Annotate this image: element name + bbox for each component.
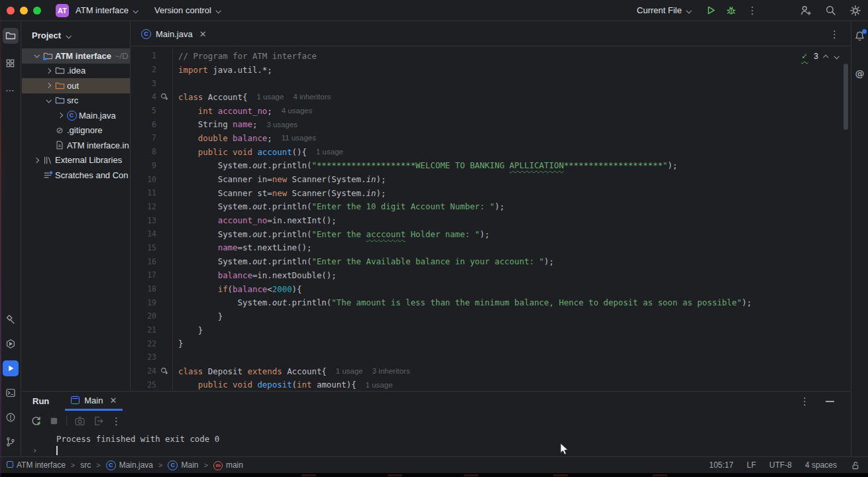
code-line[interactable]: 20 } bbox=[131, 309, 850, 323]
tree-item-external-libraries[interactable]: External Libraries bbox=[22, 153, 130, 168]
run-configuration-selector[interactable]: Current File bbox=[637, 5, 690, 15]
structure-tool-button[interactable] bbox=[3, 55, 19, 71]
code-line[interactable]: 18 if(balance<2000){ bbox=[131, 282, 850, 296]
indent-widget[interactable]: 4 spaces bbox=[805, 460, 837, 470]
project-tool-button[interactable] bbox=[3, 28, 19, 44]
project-panel-header[interactable]: Project bbox=[22, 22, 130, 48]
code-line[interactable]: 9 System.out.println("******************… bbox=[131, 159, 850, 173]
chevron-right-icon[interactable] bbox=[43, 83, 54, 87]
chevron-right-icon[interactable] bbox=[43, 69, 54, 73]
code-line[interactable]: 14 System.out.println("Enter the acccoun… bbox=[131, 227, 850, 241]
settings-gear-icon[interactable] bbox=[849, 5, 861, 17]
code-line[interactable]: 15 name=st.nextLine(); bbox=[131, 241, 850, 255]
code-line[interactable]: 10 Scanner in=new Scanner(System.in); bbox=[131, 172, 850, 186]
encoding-widget[interactable]: UTF-8 bbox=[769, 460, 792, 470]
code-line[interactable]: 23 bbox=[131, 350, 850, 364]
rerun-button[interactable] bbox=[30, 415, 42, 427]
notifications-bell-icon[interactable] bbox=[854, 30, 865, 42]
inlay-hint[interactable]: 4 usages bbox=[282, 107, 313, 115]
tree-item-atm-interface[interactable]: ATM interface~/D bbox=[22, 48, 130, 64]
breadcrumb-main[interactable]: mmain bbox=[213, 460, 243, 470]
line-separator-widget[interactable]: LF bbox=[747, 460, 756, 470]
exit-button[interactable] bbox=[93, 415, 104, 427]
project-menu[interactable]: ATM interface bbox=[76, 5, 137, 15]
breadcrumb-main[interactable]: CMain bbox=[168, 460, 198, 470]
code-with-me-button[interactable] bbox=[800, 5, 812, 17]
close-window-button[interactable] bbox=[7, 7, 15, 15]
line-number[interactable]: 17 bbox=[131, 270, 156, 280]
problems-tool-button[interactable] bbox=[3, 409, 19, 425]
line-number[interactable]: 10 bbox=[131, 175, 156, 184]
code-line[interactable]: 19 System.out.println("The amount is les… bbox=[131, 295, 850, 309]
line-number[interactable]: 6 bbox=[131, 120, 156, 129]
line-number[interactable]: 21 bbox=[131, 325, 156, 335]
line-number[interactable]: 11 bbox=[131, 188, 156, 197]
code-line[interactable]: 21 } bbox=[131, 323, 850, 337]
inheritors-gutter-icon[interactable] bbox=[156, 90, 173, 104]
more-actions-button[interactable]: ⋮ bbox=[747, 5, 757, 15]
code-line[interactable]: 24class Deposit extends Account{1 usage3… bbox=[131, 364, 850, 378]
inlay-hint[interactable]: 4 inheritors bbox=[293, 93, 331, 101]
minimize-window-button[interactable] bbox=[20, 7, 28, 15]
line-number[interactable]: 4 bbox=[131, 92, 156, 101]
line-number[interactable]: 9 bbox=[131, 161, 156, 170]
line-number[interactable]: 20 bbox=[131, 311, 156, 321]
run-tab-main[interactable]: Main ✕ bbox=[65, 392, 123, 411]
stop-button[interactable] bbox=[49, 416, 59, 426]
terminal-tool-button[interactable] bbox=[3, 385, 19, 401]
services-tool-button[interactable] bbox=[3, 336, 19, 352]
run-panel-options-button[interactable]: ⋮ bbox=[800, 396, 810, 406]
line-number[interactable]: 18 bbox=[131, 284, 156, 293]
tab-main-java[interactable]: C Main.java ✕ bbox=[131, 22, 213, 46]
code-line[interactable]: 17 balance=in.nextDouble(); bbox=[131, 268, 850, 282]
line-number[interactable]: 3 bbox=[131, 79, 156, 88]
chevron-right-icon[interactable] bbox=[55, 113, 66, 117]
version-control-tool-button[interactable] bbox=[3, 434, 19, 450]
inlay-hint[interactable]: 1 usage bbox=[256, 93, 284, 101]
code-line[interactable]: 2import java.util.*; bbox=[131, 63, 850, 77]
code-line[interactable]: 13 account_no=in.nextInt(); bbox=[131, 213, 850, 227]
code-line[interactable]: 25 public void deposit(int amount){1 usa… bbox=[131, 378, 850, 390]
line-number[interactable]: 13 bbox=[131, 216, 156, 225]
line-number[interactable]: 22 bbox=[131, 339, 156, 348]
code-editor[interactable]: 1// Program for ATM interface2import jav… bbox=[131, 46, 850, 390]
dump-threads-button[interactable] bbox=[74, 415, 85, 427]
line-number[interactable]: 14 bbox=[131, 229, 156, 238]
previous-problem-icon[interactable] bbox=[824, 52, 828, 61]
run-console[interactable]: Process finished with exit code 0 › bbox=[22, 434, 850, 456]
chevron-right-icon[interactable] bbox=[31, 158, 42, 162]
code-line[interactable]: 7 double balance;11 usages bbox=[131, 131, 850, 145]
build-tool-button[interactable] bbox=[3, 311, 19, 327]
line-number[interactable]: 5 bbox=[131, 106, 156, 115]
tree-item-out[interactable]: out bbox=[22, 78, 130, 93]
inlay-hint[interactable]: 1 usage bbox=[316, 148, 343, 156]
inlay-hint[interactable]: 1 usage bbox=[336, 367, 363, 375]
line-number[interactable]: 19 bbox=[131, 298, 156, 307]
code-line[interactable]: 5 int account_no;4 usages bbox=[131, 104, 850, 118]
line-number[interactable]: 1 bbox=[131, 51, 156, 60]
inlay-hint[interactable]: 3 inheritors bbox=[372, 367, 410, 375]
code-line[interactable]: 6 String name;3 usages bbox=[131, 117, 850, 131]
code-line[interactable]: 16 System.out.println("Enter the Availab… bbox=[131, 254, 850, 268]
inlay-hint[interactable]: 1 usage bbox=[366, 381, 393, 389]
code-line[interactable]: 3 bbox=[131, 76, 850, 90]
line-number[interactable]: 25 bbox=[131, 380, 156, 390]
ai-assistant-icon[interactable]: @ bbox=[855, 68, 865, 79]
run-button[interactable] bbox=[705, 5, 716, 16]
inspections-widget[interactable]: ✓ 3 bbox=[801, 52, 838, 61]
run-more-options-button[interactable]: ⋮ bbox=[111, 416, 121, 426]
code-line[interactable]: 1// Program for ATM interface bbox=[131, 49, 850, 63]
inlay-hint[interactable]: 11 usages bbox=[282, 134, 316, 142]
hide-panel-button[interactable] bbox=[826, 401, 834, 402]
maximize-window-button[interactable] bbox=[33, 7, 41, 15]
breadcrumb-main-java[interactable]: CMain.java bbox=[106, 460, 153, 470]
line-number[interactable]: 23 bbox=[131, 352, 156, 362]
tree-item-gitignore[interactable]: ⊘.gitignore bbox=[22, 123, 130, 138]
search-everywhere-button[interactable] bbox=[825, 5, 836, 16]
tree-item-src[interactable]: src bbox=[22, 93, 130, 109]
more-tool-windows-button[interactable]: ⋯ bbox=[3, 82, 19, 98]
tree-item-idea[interactable]: .idea bbox=[22, 64, 130, 79]
code-line[interactable]: 4class Account{1 usage4 inheritors bbox=[131, 90, 850, 104]
line-number[interactable]: 8 bbox=[131, 147, 156, 156]
run-tool-button[interactable] bbox=[3, 360, 19, 376]
